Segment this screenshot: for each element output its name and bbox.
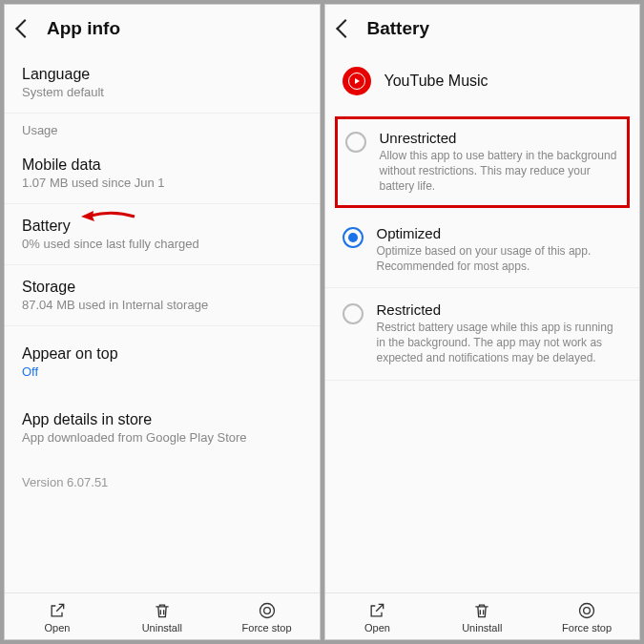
header: Battery bbox=[325, 5, 640, 52]
appear-sub: Off bbox=[22, 364, 302, 379]
mobile-data-sub: 1.07 MB used since Jun 1 bbox=[22, 176, 302, 190]
open-button[interactable]: Open bbox=[5, 593, 110, 639]
open-label: Open bbox=[44, 622, 70, 634]
storage-title: Storage bbox=[22, 279, 302, 296]
unrestricted-option[interactable]: Unrestricted Allow this app to use batte… bbox=[335, 116, 631, 208]
radio-text: Restricted Restrict battery usage while … bbox=[377, 301, 623, 366]
trash-icon bbox=[472, 601, 491, 620]
appear-on-top-item[interactable]: Appear on top Off bbox=[5, 326, 320, 392]
phone-app-info: App info Language System default Usage M… bbox=[4, 4, 321, 640]
uninstall-label: Uninstall bbox=[142, 622, 182, 634]
back-icon[interactable] bbox=[15, 19, 34, 38]
page-title: Battery bbox=[367, 18, 429, 39]
battery-item[interactable]: Battery 0% used since last fully charged bbox=[5, 204, 320, 265]
svg-point-0 bbox=[260, 604, 274, 618]
force-label: Force stop bbox=[562, 622, 612, 634]
language-item[interactable]: Language System default bbox=[5, 52, 320, 114]
force-stop-icon bbox=[258, 601, 277, 620]
optimized-title: Optimized bbox=[377, 225, 623, 241]
svg-point-2 bbox=[580, 604, 594, 618]
app-name: YouTube Music bbox=[384, 73, 488, 90]
svg-point-3 bbox=[584, 608, 591, 614]
restricted-desc: Restrict battery usage while this app is… bbox=[377, 320, 623, 366]
mobile-data-item[interactable]: Mobile data 1.07 MB used since Jun 1 bbox=[5, 143, 320, 204]
header: App info bbox=[5, 5, 320, 52]
radio-icon[interactable] bbox=[343, 227, 364, 248]
app-details-item[interactable]: App details in store App downloaded from… bbox=[5, 392, 320, 458]
storage-sub: 87.04 MB used in Internal storage bbox=[22, 298, 302, 312]
version-text: Version 6.07.51 bbox=[5, 458, 320, 507]
language-title: Language bbox=[22, 66, 302, 83]
uninstall-button[interactable]: Uninstall bbox=[110, 593, 215, 639]
bottom-bar: Open Uninstall Force stop bbox=[325, 592, 640, 639]
radio-icon[interactable] bbox=[343, 303, 364, 324]
svg-point-1 bbox=[263, 608, 270, 614]
back-icon[interactable] bbox=[336, 19, 355, 38]
appear-title: Appear on top bbox=[22, 345, 302, 363]
details-title: App details in store bbox=[22, 411, 302, 428]
battery-title: Battery bbox=[22, 218, 302, 235]
storage-item[interactable]: Storage 87.04 MB used in Internal storag… bbox=[5, 265, 320, 326]
force-stop-button[interactable]: Force stop bbox=[534, 593, 639, 639]
bottom-bar: Open Uninstall Force stop bbox=[5, 592, 320, 639]
optimized-desc: Optimize based on your usage of this app… bbox=[377, 243, 623, 274]
trash-icon bbox=[153, 601, 172, 620]
force-stop-icon bbox=[577, 601, 596, 620]
details-sub: App downloaded from Google Play Store bbox=[22, 430, 302, 445]
unrestricted-desc: Allow this app to use battery in the bac… bbox=[380, 148, 620, 195]
battery-sub: 0% used since last fully charged bbox=[22, 237, 302, 251]
open-icon bbox=[48, 601, 67, 620]
restricted-option[interactable]: Restricted Restrict battery usage while … bbox=[325, 288, 640, 381]
restricted-title: Restricted bbox=[377, 301, 623, 318]
force-label: Force stop bbox=[242, 622, 292, 634]
force-stop-button[interactable]: Force stop bbox=[215, 593, 320, 639]
content: YouTube Music Unrestricted Allow this ap… bbox=[325, 52, 640, 592]
open-label: Open bbox=[364, 622, 390, 634]
language-sub: System default bbox=[22, 85, 302, 99]
radio-text: Unrestricted Allow this app to use batte… bbox=[380, 130, 620, 195]
uninstall-button[interactable]: Uninstall bbox=[429, 593, 534, 639]
unrestricted-title: Unrestricted bbox=[380, 130, 620, 146]
app-row: YouTube Music bbox=[325, 52, 640, 113]
mobile-data-title: Mobile data bbox=[22, 156, 302, 174]
radio-icon[interactable] bbox=[345, 132, 366, 153]
open-button[interactable]: Open bbox=[325, 593, 430, 639]
content: Language System default Usage Mobile dat… bbox=[5, 52, 320, 592]
optimized-option[interactable]: Optimized Optimize based on your usage o… bbox=[325, 212, 640, 288]
usage-section-label: Usage bbox=[5, 114, 320, 143]
radio-text: Optimized Optimize based on your usage o… bbox=[377, 225, 623, 274]
phone-battery: Battery YouTube Music Unrestricted Allow… bbox=[324, 4, 641, 640]
uninstall-label: Uninstall bbox=[462, 622, 502, 634]
page-title: App info bbox=[47, 18, 120, 39]
open-icon bbox=[367, 601, 386, 620]
youtube-music-icon bbox=[343, 67, 371, 95]
